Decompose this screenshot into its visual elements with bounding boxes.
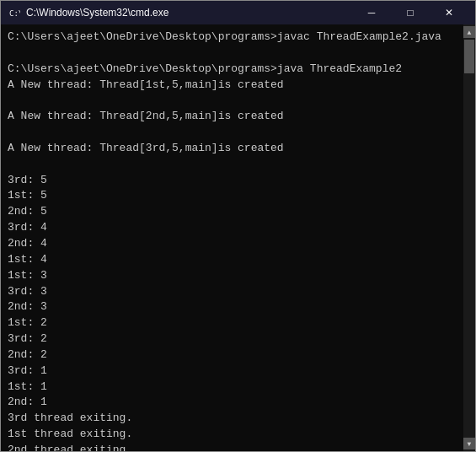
svg-text:C:\: C:\ xyxy=(9,9,20,18)
close-button[interactable]: ✕ xyxy=(430,1,468,24)
title-bar: C:\ C:\Windows\System32\cmd.exe ─ □ ✕ xyxy=(1,1,475,24)
scroll-track xyxy=(463,38,475,438)
title-bar-controls: ─ □ ✕ xyxy=(352,1,468,24)
minimize-button[interactable]: ─ xyxy=(352,1,391,24)
console-output: C:\Users\ajeet\OneDrive\Desktop\programs… xyxy=(8,30,468,451)
window-title: C:\Windows\System32\cmd.exe xyxy=(26,7,168,19)
scroll-thumb[interactable] xyxy=(464,40,474,73)
scrollbar[interactable]: ▲ ▼ xyxy=(463,24,475,451)
scroll-down-button[interactable]: ▼ xyxy=(463,438,475,449)
console-area: C:\Users\ajeet\OneDrive\Desktop\programs… xyxy=(1,24,475,451)
scroll-up-button[interactable]: ▲ xyxy=(463,26,475,38)
cmd-window: C:\ C:\Windows\System32\cmd.exe ─ □ ✕ C:… xyxy=(0,0,476,452)
cmd-icon: C:\ xyxy=(8,6,21,19)
maximize-button[interactable]: □ xyxy=(391,1,430,24)
title-bar-left: C:\ C:\Windows\System32\cmd.exe xyxy=(8,6,168,19)
